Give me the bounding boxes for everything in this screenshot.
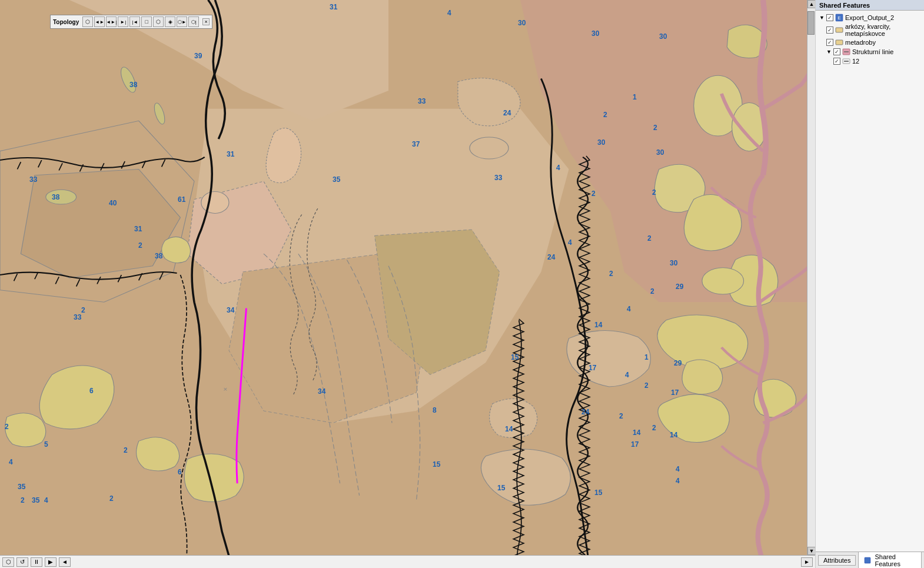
scroll-thumb[interactable]	[807, 11, 815, 35]
toolbar-btn-10[interactable]: ⬡|	[188, 16, 199, 27]
status-btn-arrow-right[interactable]: ►	[801, 557, 813, 567]
status-btn-play[interactable]: ▶	[45, 557, 56, 567]
tree-label-arkozy: arkózy, kvarcity, metapískovce	[845, 23, 922, 37]
svg-rect-38	[836, 28, 843, 32]
svg-point-13	[470, 137, 508, 159]
expand-icon-export[interactable]: ▼	[819, 15, 825, 21]
tab-attributes[interactable]: Attributes	[818, 555, 856, 566]
tree-label-strukturni-linie: Strukturní linie	[852, 48, 893, 55]
tree-label-export-output: Export_Output_2	[845, 14, 894, 21]
toolbar-btn-7[interactable]: ⬡	[153, 16, 164, 27]
panel-title: Shared Features	[819, 2, 870, 9]
checkbox-metadroby[interactable]	[826, 39, 833, 46]
line-group-icon	[842, 48, 850, 56]
tree-item-strukturni-linie[interactable]: ▼ Strukturní linie	[817, 47, 923, 57]
polygon-icon-arkozy	[835, 26, 843, 34]
toolbar-btn-8[interactable]: ◈	[165, 16, 175, 27]
status-btn-pause[interactable]: ⏸	[31, 557, 42, 567]
status-bar: ⬡ ↺ ⏸ ▶ ◄ ►	[0, 555, 815, 568]
checkbox-arkozy[interactable]	[826, 26, 833, 34]
checkbox-strukturni-linie[interactable]	[833, 48, 840, 55]
tree-item-metadroby[interactable]: metadroby	[817, 38, 923, 47]
main-container: × Topology ⬡ ◄► ◄►|	[0, 0, 924, 568]
toolbar-btn-4[interactable]: ►|	[118, 16, 128, 27]
toolbar-btn-3[interactable]: ◄►|	[106, 16, 117, 27]
toolbar-btn-9[interactable]: ⬡►	[177, 16, 187, 27]
panel-content: ▼ E Export_Output_2 arkózy	[816, 11, 924, 552]
map-scrollbar-vertical[interactable]: ▲ ▼	[807, 0, 815, 555]
svg-point-18	[702, 268, 744, 294]
polygon-icon-metadroby	[835, 38, 843, 46]
svg-point-17	[46, 190, 77, 204]
tab-shared-features[interactable]: Shared Features	[858, 552, 922, 569]
panel-footer: Attributes Shared Features	[816, 552, 924, 568]
scroll-up-button[interactable]: ▲	[807, 0, 815, 8]
checkbox-export-output[interactable]	[826, 14, 833, 21]
tree-item-arkozy[interactable]: arkózy, kvarcity, metapískovce	[817, 22, 923, 38]
checkbox-item-12[interactable]	[833, 58, 840, 65]
tree-label-12: 12	[852, 58, 859, 65]
svg-rect-39	[836, 40, 843, 45]
toolbar-btn-1[interactable]: ⬡	[82, 16, 93, 27]
shared-features-tab-icon	[863, 556, 872, 564]
toolbar-btn-2[interactable]: ◄►	[94, 16, 105, 27]
svg-point-16	[201, 191, 229, 213]
status-btn-map[interactable]: ⬡	[2, 557, 14, 567]
map-area: × Topology ⬡ ◄► ◄►|	[0, 0, 815, 568]
map-svg: ×	[0, 0, 815, 568]
line-icon-12	[842, 57, 850, 65]
right-panel: Shared Features ▼ E Export_Output_2	[815, 0, 924, 568]
layer-group-icon: E	[835, 14, 843, 22]
toolbar-btn-5[interactable]: |◄	[129, 16, 140, 27]
status-btn-back[interactable]: ◄	[59, 557, 71, 567]
status-btn-undo[interactable]: ↺	[16, 557, 28, 567]
toolbar-btn-6[interactable]: □	[141, 16, 152, 27]
scroll-down-button[interactable]: ▼	[807, 547, 815, 555]
tab-attributes-label: Attributes	[823, 557, 850, 564]
svg-text:×: ×	[224, 386, 228, 393]
svg-rect-44	[865, 557, 870, 563]
tree-label-metadroby: metadroby	[845, 39, 876, 46]
toolbar-close-button[interactable]: ×	[202, 18, 210, 25]
tree-item-12[interactable]: 12	[817, 57, 923, 66]
topology-toolbar[interactable]: Topology ⬡ ◄► ◄►| ►| |◄ □ ⬡ ◈ ⬡► ⬡| ×	[50, 15, 212, 29]
expand-icon-strukturni[interactable]: ▼	[826, 49, 832, 55]
svg-text:E: E	[837, 15, 840, 21]
topology-toolbar-title: Topology	[53, 19, 79, 25]
tree-item-export-output[interactable]: ▼ E Export_Output_2	[817, 13, 923, 22]
tab-shared-features-label: Shared Features	[875, 553, 916, 567]
panel-header: Shared Features	[816, 0, 924, 11]
